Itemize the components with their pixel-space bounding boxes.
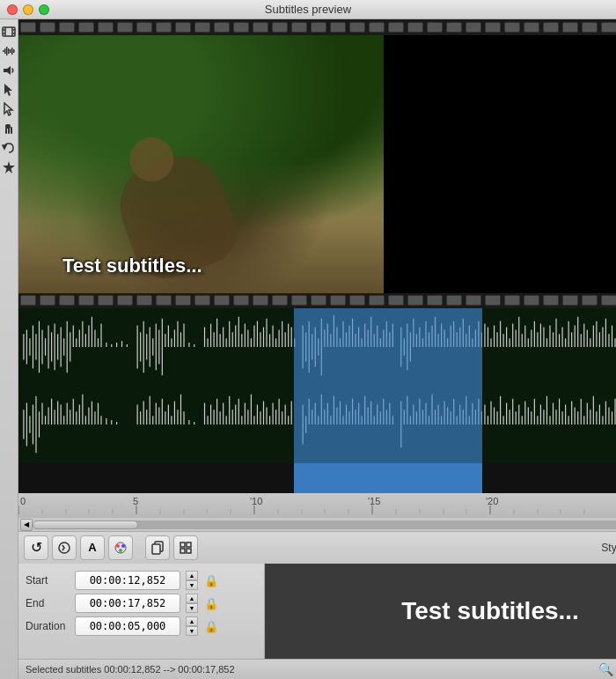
film-hole <box>330 295 346 306</box>
hand-icon[interactable] <box>0 120 18 137</box>
end-row: End ▲ ▼ 🔒 <box>26 594 257 613</box>
film-strip-top: // Will be rendered via JS below <box>18 19 616 35</box>
duration-label: Duration <box>26 620 70 632</box>
svg-rect-523 <box>152 544 160 554</box>
scroll-left-arrow[interactable]: ◀ <box>20 519 33 531</box>
film-hole <box>20 295 36 306</box>
minimize-button[interactable] <box>23 4 33 15</box>
svg-rect-525 <box>187 542 191 547</box>
film-hole <box>466 22 481 33</box>
horizontal-scrollbar[interactable]: ◀ ▶ <box>18 518 616 531</box>
subtitle-region-track[interactable] <box>18 463 616 493</box>
film-hole <box>466 295 481 306</box>
film-hole <box>253 295 268 306</box>
svg-point-520 <box>121 544 125 548</box>
film-hole <box>156 295 172 306</box>
duration-spin[interactable]: ▲ ▼ <box>186 616 198 636</box>
star-icon[interactable] <box>0 159 18 176</box>
duration-lock-icon[interactable]: 🔒 <box>203 618 219 634</box>
end-input[interactable] <box>75 594 180 613</box>
film-strip-bottom <box>18 293 616 309</box>
maximize-button[interactable] <box>39 4 49 15</box>
film-hole <box>20 22 36 33</box>
film-hole <box>485 22 501 33</box>
text-format-button[interactable]: A <box>80 535 105 560</box>
film-hole <box>388 22 404 33</box>
film-hole <box>349 22 365 33</box>
start-spin-down[interactable]: ▼ <box>186 580 198 590</box>
waveform-icon[interactable] <box>0 42 18 60</box>
timeline-ruler: 0 5 '10 '15 '20 <box>18 493 616 518</box>
svg-point-519 <box>116 544 120 548</box>
film-hole <box>156 22 172 33</box>
reload-button[interactable]: ↺ <box>24 535 48 560</box>
end-spin[interactable]: ▲ ▼ <box>186 594 198 613</box>
close-button[interactable] <box>7 4 18 15</box>
svg-rect-9 <box>6 47 8 55</box>
film-hole <box>504 22 520 33</box>
film-hole <box>369 22 385 33</box>
undo-icon[interactable] <box>0 139 18 157</box>
end-label: End <box>26 597 70 609</box>
zoom-controls[interactable]: 🔍 🔍 <box>598 661 616 677</box>
start-spin[interactable]: ▲ ▼ <box>186 571 198 590</box>
film-hole <box>543 295 559 306</box>
duration-spin-down[interactable]: ▼ <box>186 626 198 636</box>
svg-marker-16 <box>4 103 12 115</box>
svg-text:5: 5 <box>133 496 138 506</box>
start-row: Start ▲ ▼ 🔒 <box>26 571 257 590</box>
grid-button[interactable] <box>173 535 198 560</box>
svg-rect-19 <box>11 127 12 134</box>
film-hole <box>136 295 152 306</box>
film-hole <box>524 22 539 33</box>
pointer-icon[interactable] <box>0 100 18 118</box>
film-hole <box>446 22 462 33</box>
duration-spin-up[interactable]: ▲ <box>186 616 198 626</box>
timing-controls: Start ▲ ▼ 🔒 End ▲ ▼ 🔒 <box>18 564 265 658</box>
film-icon[interactable] <box>0 23 18 41</box>
end-lock-icon[interactable]: 🔒 <box>203 595 219 611</box>
window-controls[interactable] <box>7 4 49 15</box>
waveform-track-2[interactable] <box>18 386 616 463</box>
loop-button[interactable] <box>52 535 77 560</box>
end-spin-down[interactable]: ▼ <box>186 603 198 613</box>
subtitle-range-highlight <box>294 463 482 493</box>
svg-marker-22 <box>3 161 15 173</box>
copy-button[interactable] <box>145 535 170 560</box>
svg-rect-7 <box>3 50 4 52</box>
film-hole <box>601 22 616 33</box>
end-spin-up[interactable]: ▲ <box>186 594 198 603</box>
start-spin-up[interactable]: ▲ <box>186 571 198 580</box>
film-hole <box>175 295 191 306</box>
start-lock-icon[interactable]: 🔒 <box>203 572 219 588</box>
film-hole <box>272 295 288 306</box>
svg-point-521 <box>119 549 122 552</box>
film-hole <box>330 22 346 33</box>
select-icon[interactable] <box>0 81 18 99</box>
zoom-out-icon[interactable]: 🔍 <box>598 662 613 676</box>
start-input[interactable] <box>75 571 180 590</box>
film-hole <box>582 295 598 306</box>
bottom-toolbar: ↺ A <box>18 531 616 564</box>
svg-text:'15: '15 <box>368 496 380 506</box>
volume-icon[interactable] <box>0 62 18 79</box>
svg-rect-11 <box>10 49 11 53</box>
waveform-track-1[interactable] <box>18 308 616 386</box>
film-hole <box>40 22 55 33</box>
style-label: Style <box>601 542 616 554</box>
palette-button[interactable] <box>108 535 133 560</box>
duration-input[interactable] <box>75 616 180 636</box>
scroll-thumb[interactable] <box>33 520 138 529</box>
scroll-track[interactable] <box>33 520 616 529</box>
film-hole <box>194 22 210 33</box>
svg-rect-8 <box>4 48 6 54</box>
film-hole <box>369 295 385 306</box>
svg-rect-13 <box>13 49 15 53</box>
film-hole <box>543 22 559 33</box>
film-hole <box>233 295 249 306</box>
film-hole <box>311 22 326 33</box>
svg-rect-526 <box>180 549 185 553</box>
film-hole <box>485 295 501 306</box>
film-hole <box>407 295 423 306</box>
svg-rect-10 <box>8 48 10 54</box>
